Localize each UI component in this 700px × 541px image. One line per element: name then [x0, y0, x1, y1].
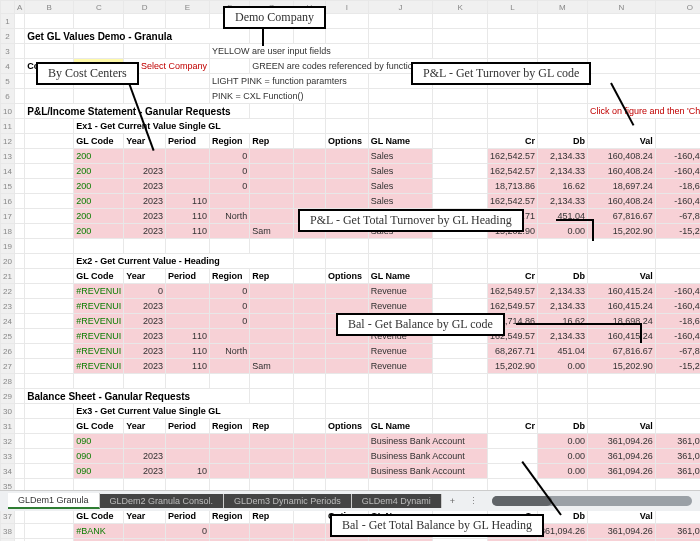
callout-line [556, 219, 592, 221]
callout-bal-code: Bal - Get Balance by GL code [336, 313, 505, 336]
tab-gldem1[interactable]: GLDem1 Granula [8, 493, 100, 509]
callout-pnl-turnover: P&L - Get Turnover by GL code [411, 62, 591, 85]
callout-line [640, 323, 642, 343]
callout-line [516, 323, 640, 325]
tab-gldem4[interactable]: GLDem4 Dynami [352, 494, 442, 508]
callout-bal-heading: Bal - Get Total Balance by GL Heading [330, 514, 544, 537]
sheet-tabs: GLDem1 Granula GLDem2 Granula Consol. GL… [0, 490, 700, 511]
callout-line [262, 28, 264, 46]
callout-line [592, 219, 594, 241]
callout-demo-company: Demo Company [223, 6, 326, 29]
tab-gldem3[interactable]: GLDem3 Dynamic Periods [224, 494, 352, 508]
callout-pnl-total: P&L - Get Total Turnover by GL Heading [298, 209, 524, 232]
callout-by-cost-centers: By Cost Centers [36, 62, 139, 85]
horizontal-scrollbar[interactable] [492, 496, 692, 506]
spreadsheet-window: ABCDEFGHIJKLMNOP12Get GL Values Demo - G… [0, 0, 700, 541]
add-sheet-button[interactable]: + [442, 496, 463, 506]
tab-gldem2[interactable]: GLDem2 Granula Consol. [100, 494, 225, 508]
